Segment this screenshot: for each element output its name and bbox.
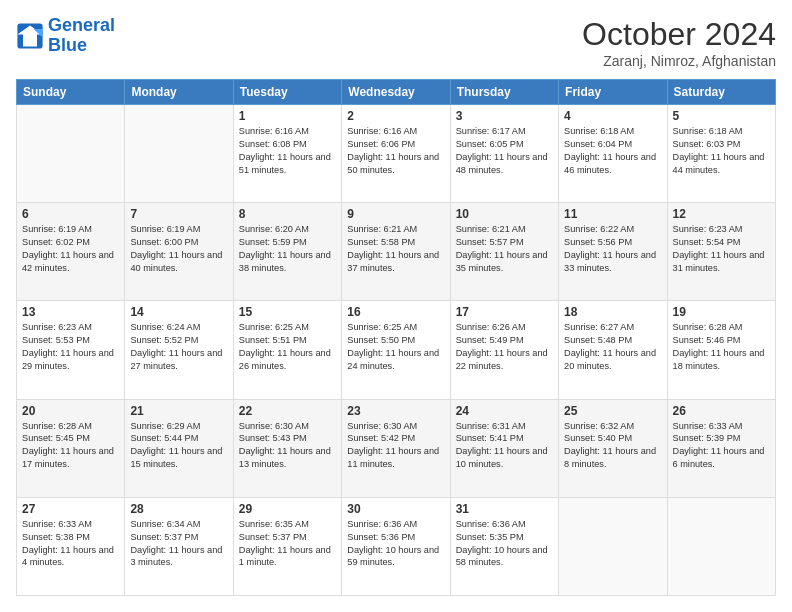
calendar-row-4: 27Sunrise: 6:33 AM Sunset: 5:38 PM Dayli… [17,497,776,595]
day-info: Sunrise: 6:20 AM Sunset: 5:59 PM Dayligh… [239,223,336,275]
day-info: Sunrise: 6:21 AM Sunset: 5:58 PM Dayligh… [347,223,444,275]
day-number: 15 [239,305,336,319]
title-block: October 2024 Zaranj, Nimroz, Afghanistan [582,16,776,69]
calendar-cell: 20Sunrise: 6:28 AM Sunset: 5:45 PM Dayli… [17,399,125,497]
day-info: Sunrise: 6:22 AM Sunset: 5:56 PM Dayligh… [564,223,661,275]
day-number: 22 [239,404,336,418]
day-number: 7 [130,207,227,221]
day-number: 26 [673,404,770,418]
day-number: 14 [130,305,227,319]
subtitle: Zaranj, Nimroz, Afghanistan [582,53,776,69]
day-number: 24 [456,404,553,418]
day-info: Sunrise: 6:26 AM Sunset: 5:49 PM Dayligh… [456,321,553,373]
day-info: Sunrise: 6:36 AM Sunset: 5:35 PM Dayligh… [456,518,553,570]
calendar-table: Sunday Monday Tuesday Wednesday Thursday… [16,79,776,596]
calendar-cell: 21Sunrise: 6:29 AM Sunset: 5:44 PM Dayli… [125,399,233,497]
day-info: Sunrise: 6:25 AM Sunset: 5:50 PM Dayligh… [347,321,444,373]
calendar-cell: 3Sunrise: 6:17 AM Sunset: 6:05 PM Daylig… [450,105,558,203]
calendar-cell: 1Sunrise: 6:16 AM Sunset: 6:08 PM Daylig… [233,105,341,203]
day-number: 27 [22,502,119,516]
day-info: Sunrise: 6:27 AM Sunset: 5:48 PM Dayligh… [564,321,661,373]
day-number: 30 [347,502,444,516]
calendar-cell: 29Sunrise: 6:35 AM Sunset: 5:37 PM Dayli… [233,497,341,595]
calendar-cell: 23Sunrise: 6:30 AM Sunset: 5:42 PM Dayli… [342,399,450,497]
day-info: Sunrise: 6:23 AM Sunset: 5:53 PM Dayligh… [22,321,119,373]
day-number: 29 [239,502,336,516]
day-info: Sunrise: 6:34 AM Sunset: 5:37 PM Dayligh… [130,518,227,570]
calendar-cell: 9Sunrise: 6:21 AM Sunset: 5:58 PM Daylig… [342,203,450,301]
day-number: 20 [22,404,119,418]
day-info: Sunrise: 6:19 AM Sunset: 6:00 PM Dayligh… [130,223,227,275]
col-monday: Monday [125,80,233,105]
calendar-cell: 15Sunrise: 6:25 AM Sunset: 5:51 PM Dayli… [233,301,341,399]
day-number: 8 [239,207,336,221]
calendar-cell: 16Sunrise: 6:25 AM Sunset: 5:50 PM Dayli… [342,301,450,399]
calendar-header-row: Sunday Monday Tuesday Wednesday Thursday… [17,80,776,105]
logo-blue: Blue [48,35,87,55]
calendar-row-3: 20Sunrise: 6:28 AM Sunset: 5:45 PM Dayli… [17,399,776,497]
page: General Blue October 2024 Zaranj, Nimroz… [0,0,792,612]
day-info: Sunrise: 6:21 AM Sunset: 5:57 PM Dayligh… [456,223,553,275]
logo-text: General Blue [48,16,115,56]
calendar-cell: 6Sunrise: 6:19 AM Sunset: 6:02 PM Daylig… [17,203,125,301]
calendar-cell: 19Sunrise: 6:28 AM Sunset: 5:46 PM Dayli… [667,301,775,399]
day-number: 2 [347,109,444,123]
day-number: 25 [564,404,661,418]
calendar-row-0: 1Sunrise: 6:16 AM Sunset: 6:08 PM Daylig… [17,105,776,203]
calendar-cell: 14Sunrise: 6:24 AM Sunset: 5:52 PM Dayli… [125,301,233,399]
col-friday: Friday [559,80,667,105]
day-info: Sunrise: 6:32 AM Sunset: 5:40 PM Dayligh… [564,420,661,472]
main-title: October 2024 [582,16,776,53]
day-info: Sunrise: 6:16 AM Sunset: 6:08 PM Dayligh… [239,125,336,177]
day-number: 21 [130,404,227,418]
logo-general: General [48,15,115,35]
col-sunday: Sunday [17,80,125,105]
day-info: Sunrise: 6:35 AM Sunset: 5:37 PM Dayligh… [239,518,336,570]
calendar-cell: 17Sunrise: 6:26 AM Sunset: 5:49 PM Dayli… [450,301,558,399]
day-info: Sunrise: 6:30 AM Sunset: 5:43 PM Dayligh… [239,420,336,472]
calendar-cell: 30Sunrise: 6:36 AM Sunset: 5:36 PM Dayli… [342,497,450,595]
day-number: 19 [673,305,770,319]
calendar-cell: 4Sunrise: 6:18 AM Sunset: 6:04 PM Daylig… [559,105,667,203]
col-thursday: Thursday [450,80,558,105]
calendar-cell: 26Sunrise: 6:33 AM Sunset: 5:39 PM Dayli… [667,399,775,497]
day-number: 28 [130,502,227,516]
day-number: 10 [456,207,553,221]
calendar-cell: 10Sunrise: 6:21 AM Sunset: 5:57 PM Dayli… [450,203,558,301]
logo: General Blue [16,16,115,56]
calendar-cell: 22Sunrise: 6:30 AM Sunset: 5:43 PM Dayli… [233,399,341,497]
day-info: Sunrise: 6:19 AM Sunset: 6:02 PM Dayligh… [22,223,119,275]
day-number: 9 [347,207,444,221]
calendar-cell: 31Sunrise: 6:36 AM Sunset: 5:35 PM Dayli… [450,497,558,595]
day-number: 31 [456,502,553,516]
day-number: 17 [456,305,553,319]
calendar-cell: 28Sunrise: 6:34 AM Sunset: 5:37 PM Dayli… [125,497,233,595]
day-info: Sunrise: 6:18 AM Sunset: 6:03 PM Dayligh… [673,125,770,177]
day-info: Sunrise: 6:28 AM Sunset: 5:46 PM Dayligh… [673,321,770,373]
day-info: Sunrise: 6:23 AM Sunset: 5:54 PM Dayligh… [673,223,770,275]
logo-icon [16,22,44,50]
calendar-cell: 12Sunrise: 6:23 AM Sunset: 5:54 PM Dayli… [667,203,775,301]
day-info: Sunrise: 6:29 AM Sunset: 5:44 PM Dayligh… [130,420,227,472]
calendar-cell: 18Sunrise: 6:27 AM Sunset: 5:48 PM Dayli… [559,301,667,399]
calendar-cell [667,497,775,595]
day-number: 11 [564,207,661,221]
day-info: Sunrise: 6:17 AM Sunset: 6:05 PM Dayligh… [456,125,553,177]
day-number: 16 [347,305,444,319]
day-number: 3 [456,109,553,123]
calendar-cell: 25Sunrise: 6:32 AM Sunset: 5:40 PM Dayli… [559,399,667,497]
calendar-cell: 27Sunrise: 6:33 AM Sunset: 5:38 PM Dayli… [17,497,125,595]
day-info: Sunrise: 6:30 AM Sunset: 5:42 PM Dayligh… [347,420,444,472]
day-number: 1 [239,109,336,123]
day-number: 18 [564,305,661,319]
day-number: 12 [673,207,770,221]
calendar-cell: 11Sunrise: 6:22 AM Sunset: 5:56 PM Dayli… [559,203,667,301]
calendar-cell: 7Sunrise: 6:19 AM Sunset: 6:00 PM Daylig… [125,203,233,301]
day-info: Sunrise: 6:18 AM Sunset: 6:04 PM Dayligh… [564,125,661,177]
day-info: Sunrise: 6:36 AM Sunset: 5:36 PM Dayligh… [347,518,444,570]
calendar-row-1: 6Sunrise: 6:19 AM Sunset: 6:02 PM Daylig… [17,203,776,301]
day-info: Sunrise: 6:28 AM Sunset: 5:45 PM Dayligh… [22,420,119,472]
calendar-cell: 8Sunrise: 6:20 AM Sunset: 5:59 PM Daylig… [233,203,341,301]
col-wednesday: Wednesday [342,80,450,105]
day-info: Sunrise: 6:16 AM Sunset: 6:06 PM Dayligh… [347,125,444,177]
